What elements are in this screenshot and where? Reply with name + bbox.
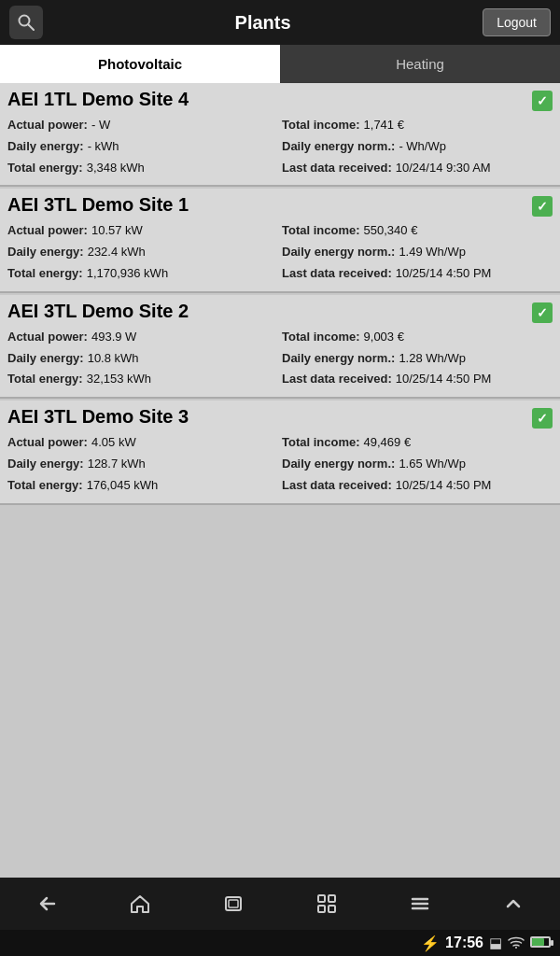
plant-right-col-site4: Total income:1,741 €Daily energy norm.:-…: [282, 116, 553, 177]
plant-card-site1[interactable]: AEI 3TL Demo Site 1Actual power:10.57 kW…: [0, 189, 560, 292]
data-value: 49,469 €: [364, 433, 412, 453]
status-icons: ⚡ 17:56 ⬓: [421, 935, 551, 952]
data-label: Last data received:: [282, 370, 392, 389]
data-label: Daily energy:: [7, 349, 84, 369]
plant-right-col-site2: Total income:9,003 €Daily energy norm.:1…: [282, 328, 553, 389]
data-row: Daily energy:232.4 kWh: [7, 243, 278, 262]
plant-status-icon-site1: [532, 196, 553, 217]
plant-data-grid-site1: Actual power:10.57 kWDaily energy:232.4 …: [7, 221, 553, 283]
page-title: Plants: [235, 12, 291, 34]
grid-button[interactable]: [308, 885, 345, 922]
data-value: 10.57 kW: [91, 221, 143, 241]
data-value: 232.4 kWh: [88, 243, 146, 262]
data-label: Last data received:: [282, 264, 392, 284]
data-row: Total income:550,340 €: [282, 221, 553, 241]
plants-list: AEI 1TL Demo Site 4Actual power:- WDaily…: [0, 83, 560, 878]
data-label: Total energy:: [7, 476, 83, 496]
data-value: 493.9 W: [91, 328, 136, 347]
data-label: Total income:: [282, 221, 360, 241]
data-row: Total energy:32,153 kWh: [7, 370, 278, 389]
data-label: Daily energy:: [7, 137, 84, 157]
data-row: Daily energy:- kWh: [7, 137, 278, 157]
data-label: Daily energy:: [7, 243, 84, 262]
up-button[interactable]: [495, 885, 532, 922]
data-value: 32,153 kWh: [87, 370, 151, 389]
data-row: Daily energy norm.:1.28 Wh/Wp: [282, 349, 553, 369]
data-value: 1.65 Wh/Wp: [399, 455, 466, 474]
data-row: Last data received:10/25/14 4:50 PM: [282, 476, 553, 496]
data-row: Total energy:3,348 kWh: [7, 159, 278, 178]
data-row: Actual power:10.57 kW: [7, 221, 278, 241]
plant-title-site1: AEI 3TL Demo Site 1: [7, 194, 553, 216]
svg-point-11: [515, 947, 517, 949]
data-label: Daily energy norm.:: [282, 243, 395, 262]
data-row: Total income:1,741 €: [282, 116, 553, 135]
data-value: 3,348 kWh: [87, 159, 145, 178]
data-row: Total energy:1,170,936 kWh: [7, 264, 278, 284]
data-value: - kWh: [88, 137, 119, 157]
plant-card-site2[interactable]: AEI 3TL Demo Site 2Actual power:493.9 WD…: [0, 295, 560, 399]
data-label: Total energy:: [7, 370, 83, 389]
plant-data-grid-site3: Actual power:4.05 kWDaily energy:128.7 k…: [7, 433, 553, 495]
data-row: Actual power:- W: [7, 116, 278, 135]
data-label: Last data received:: [282, 159, 392, 178]
tab-photovoltaic[interactable]: Photovoltaic: [0, 45, 280, 83]
data-value: 550,340 €: [364, 221, 418, 241]
bluetooth-icon: ⬓: [489, 935, 502, 951]
back-button[interactable]: [28, 885, 65, 922]
plant-title-site4: AEI 1TL Demo Site 4: [7, 89, 553, 110]
data-label: Actual power:: [7, 328, 88, 347]
wifi-icon: [508, 935, 525, 951]
data-value: - Wh/Wp: [399, 137, 446, 157]
battery-icon: [530, 936, 551, 950]
plant-status-icon-site3: [532, 408, 553, 429]
plant-left-col-site2: Actual power:493.9 WDaily energy:10.8 kW…: [7, 328, 278, 389]
plant-data-grid-site4: Actual power:- WDaily energy:- kWhTotal …: [7, 116, 553, 177]
logout-button[interactable]: Logout: [483, 8, 551, 36]
overflow-button[interactable]: [401, 885, 439, 922]
data-label: Actual power:: [7, 221, 88, 241]
data-label: Total energy:: [7, 264, 83, 284]
top-bar: Plants Logout: [0, 0, 560, 45]
data-value: 10/25/14 4:50 PM: [396, 476, 492, 496]
plant-card-site3[interactable]: AEI 3TL Demo Site 3Actual power:4.05 kWD…: [0, 401, 560, 504]
plant-status-icon-site2: [532, 302, 553, 323]
data-label: Daily energy norm.:: [282, 455, 395, 474]
data-row: Last data received:10/25/14 4:50 PM: [282, 370, 553, 389]
data-row: Last data received:10/24/14 9:30 AM: [282, 159, 553, 178]
svg-rect-7: [329, 906, 335, 912]
home-button[interactable]: [121, 885, 159, 922]
data-value: 1.49 Wh/Wp: [399, 243, 466, 262]
data-value: 10/25/14 4:50 PM: [396, 370, 492, 389]
data-row: Total income:49,469 €: [282, 433, 553, 453]
data-label: Actual power:: [7, 116, 88, 135]
recents-button[interactable]: [215, 885, 252, 922]
plant-right-col-site1: Total income:550,340 €Daily energy norm.…: [282, 221, 553, 283]
plant-card-site4[interactable]: AEI 1TL Demo Site 4Actual power:- WDaily…: [0, 83, 560, 187]
data-value: - W: [91, 116, 110, 135]
data-label: Total income:: [282, 116, 360, 135]
plant-left-col-site1: Actual power:10.57 kWDaily energy:232.4 …: [7, 221, 278, 283]
data-row: Daily energy:128.7 kWh: [7, 455, 278, 474]
data-value: 1.28 Wh/Wp: [399, 349, 466, 369]
data-value: 9,003 €: [364, 328, 404, 347]
data-label: Last data received:: [282, 476, 392, 496]
data-value: 1,170,936 kWh: [87, 264, 168, 284]
data-label: Actual power:: [7, 433, 88, 453]
data-label: Total energy:: [7, 159, 83, 178]
data-row: Actual power:493.9 W: [7, 328, 278, 347]
svg-rect-3: [229, 900, 238, 907]
data-value: 10/24/14 9:30 AM: [396, 159, 491, 178]
data-row: Actual power:4.05 kW: [7, 433, 278, 453]
usb-icon: ⚡: [421, 935, 440, 952]
plant-left-col-site4: Actual power:- WDaily energy:- kWhTotal …: [7, 116, 278, 177]
status-bar: ⚡ 17:56 ⬓: [0, 930, 560, 956]
data-row: Daily energy:10.8 kWh: [7, 349, 278, 369]
search-button[interactable]: [9, 6, 43, 39]
data-row: Daily energy norm.:1.65 Wh/Wp: [282, 455, 553, 474]
svg-rect-6: [318, 906, 325, 912]
tab-heating[interactable]: Heating: [280, 45, 560, 83]
svg-rect-4: [318, 895, 325, 902]
data-value: 4.05 kW: [91, 433, 136, 453]
plant-data-grid-site2: Actual power:493.9 WDaily energy:10.8 kW…: [7, 328, 553, 389]
